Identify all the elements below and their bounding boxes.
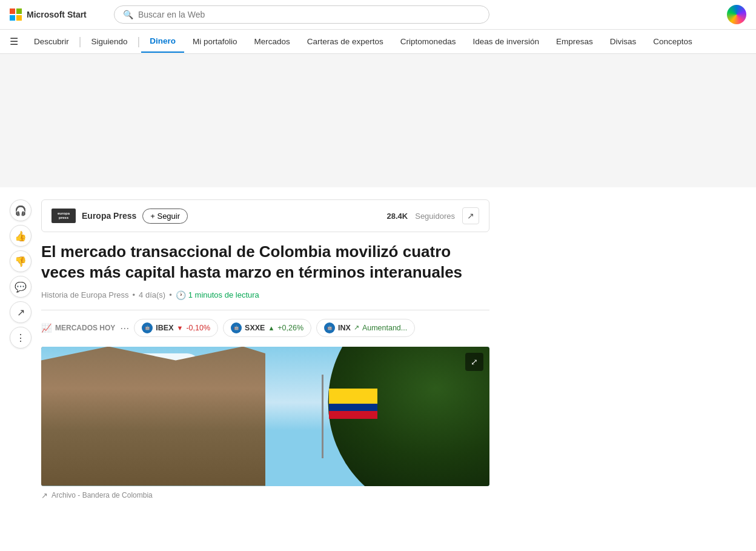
meta-separator-2: • xyxy=(169,290,172,299)
like-button[interactable]: 👍 xyxy=(10,225,31,247)
publisher-right: 28.4K Seguidores ↗ xyxy=(387,207,479,224)
hamburger-menu[interactable]: ☰ xyxy=(10,30,25,53)
market-chip-ibex[interactable]: 🤖 IBEX ▼ -0,10% xyxy=(134,319,218,337)
nav-divider-1: | xyxy=(79,35,82,48)
sxxe-arrow: ▲ xyxy=(268,324,274,332)
nav-divider-2: | xyxy=(138,35,141,48)
followers-label: Seguidores xyxy=(415,212,455,221)
publisher-logo-text: europapress xyxy=(58,212,70,219)
comment-button[interactable]: 💬 xyxy=(10,276,31,298)
market-chip-inx[interactable]: 🤖 INX ↗ Aumentand... xyxy=(316,319,415,337)
ibex-icon: 🤖 xyxy=(142,322,153,333)
fullscreen-button[interactable]: ⤢ xyxy=(465,353,483,371)
ibex-arrow: ▼ xyxy=(177,324,184,332)
ad-banner xyxy=(0,54,756,187)
more-options-button[interactable]: ⋮ xyxy=(10,327,31,349)
nav-item-descubrir[interactable]: Descubrir xyxy=(25,31,78,52)
caption-text: Archivo - Bandera de Colombia xyxy=(51,491,153,499)
article-image xyxy=(41,347,489,486)
audio-button[interactable]: 🎧 xyxy=(10,199,31,221)
nav-item-siguiendo[interactable]: Siguiendo xyxy=(82,31,136,52)
inx-icon: 🤖 xyxy=(324,322,335,333)
caption-icon: ↗ xyxy=(41,491,48,500)
header: Microsoft Start 🔍 xyxy=(0,0,756,30)
article-area: europapress Europa Press + Seguir 28.4K … xyxy=(41,199,502,510)
meta-separator-1: • xyxy=(133,290,136,299)
sxxe-name: SXXE xyxy=(245,324,265,332)
main-nav: ☰ Descubrir | Siguiendo | Dinero Mi port… xyxy=(0,30,756,54)
search-input[interactable] xyxy=(138,10,480,19)
article-image-container: ⤢ xyxy=(41,347,489,486)
ibex-name: IBEX xyxy=(156,324,173,332)
nav-item-portafolio[interactable]: Mi portafolio xyxy=(184,31,246,52)
nav-item-cripto[interactable]: Criptomonedas xyxy=(392,31,465,52)
nav-item-carteras[interactable]: Carteras de expertos xyxy=(299,31,392,52)
market-chip-sxxe[interactable]: 🤖 SXXE ▲ +0,26% xyxy=(223,319,311,337)
article-divider xyxy=(41,310,489,310)
nav-item-divisas[interactable]: Divisas xyxy=(602,31,645,52)
image-colombia-flag xyxy=(329,389,377,419)
sxxe-icon: 🤖 xyxy=(231,322,242,333)
reading-time-text: 1 minutos de lectura xyxy=(188,290,259,299)
main-layout: 🎧 👍 👎 💬 ↗ ⋮ europapress Europa Press + S… xyxy=(0,187,756,522)
image-building xyxy=(41,347,265,486)
image-flag-pole xyxy=(322,375,323,458)
nav-item-mercados[interactable]: Mercados xyxy=(246,31,299,52)
publisher-bar: europapress Europa Press + Seguir 28.4K … xyxy=(41,199,489,232)
publisher-left: europapress Europa Press + Seguir xyxy=(51,209,188,224)
logo-text: Microsoft Start xyxy=(27,10,87,19)
inx-name: INX xyxy=(338,324,351,332)
markets-more-button[interactable]: ··· xyxy=(120,322,129,333)
external-link-button[interactable]: ↗ xyxy=(462,207,479,224)
nav-item-conceptos[interactable]: Conceptos xyxy=(645,31,701,52)
nav-item-dinero[interactable]: Dinero xyxy=(141,30,184,53)
reading-time: 🕐 1 minutos de lectura xyxy=(176,290,259,300)
clock-icon: 🕐 xyxy=(176,290,186,300)
inx-change: Aumentand... xyxy=(362,324,407,332)
search-bar[interactable]: 🔍 xyxy=(114,5,489,24)
markets-label: 📈 MERCADOS HOY xyxy=(41,323,115,333)
sxxe-change: +0,26% xyxy=(277,324,303,332)
dislike-button[interactable]: 👎 xyxy=(10,250,31,272)
article-title: El mercado transaccional de Colombia mov… xyxy=(41,242,489,283)
publisher-logo: europapress xyxy=(51,209,76,223)
nav-item-empresas[interactable]: Empresas xyxy=(548,31,602,52)
markets-bar: 📈 MERCADOS HOY ··· 🤖 IBEX ▼ -0,10% 🤖 SXX… xyxy=(41,319,489,337)
article-date: 4 día(s) xyxy=(139,290,165,299)
header-right xyxy=(727,5,746,24)
side-actions: 🎧 👍 👎 💬 ↗ ⋮ xyxy=(0,199,41,510)
follow-button[interactable]: + Seguir xyxy=(142,209,188,224)
article-source: Historia de Europa Press xyxy=(41,290,129,299)
logo-area: Microsoft Start xyxy=(10,8,107,21)
markets-chart-icon: 📈 xyxy=(41,323,51,333)
inx-arrow: ↗ xyxy=(354,324,359,332)
publisher-name: Europa Press xyxy=(82,211,136,221)
copilot-icon[interactable] xyxy=(727,5,746,24)
share-button[interactable]: ↗ xyxy=(10,301,31,323)
ms-logo xyxy=(10,8,22,21)
nav-item-ideas[interactable]: Ideas de inversión xyxy=(464,31,548,52)
ibex-change: -0,10% xyxy=(186,324,210,332)
article-meta: Historia de Europa Press • 4 día(s) • 🕐 … xyxy=(41,290,489,300)
image-caption: ↗ Archivo - Bandera de Colombia xyxy=(41,491,489,500)
followers-count: 28.4K xyxy=(387,212,408,221)
search-icon: 🔍 xyxy=(123,10,133,19)
